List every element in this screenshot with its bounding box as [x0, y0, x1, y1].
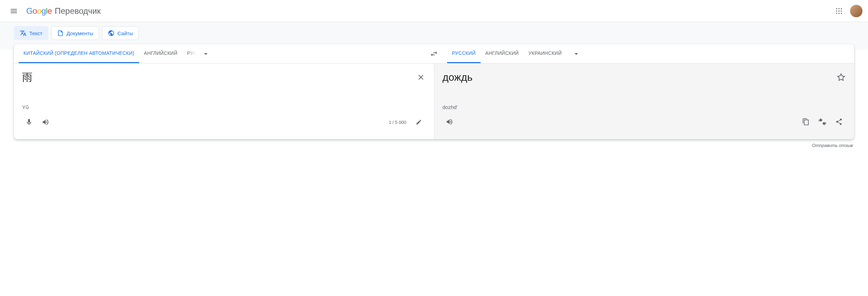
speaker-icon	[42, 118, 49, 126]
header-right	[832, 4, 862, 18]
io-row: 雨 Yǔ 1 / 5 000	[14, 63, 854, 139]
svg-point-2	[841, 8, 842, 9]
mode-tab-text[interactable]: Текст	[14, 26, 48, 40]
target-lang-tab-ukrainian[interactable]: УКРАИНСКИЙ	[523, 44, 566, 63]
mode-tabs: Текст Документы Сайты	[6, 26, 862, 40]
mode-tab-sites[interactable]: Сайты	[102, 26, 139, 40]
swap-languages-button[interactable]	[426, 46, 442, 62]
star-outline-icon	[837, 73, 845, 81]
svg-point-0	[836, 8, 837, 9]
clear-source-button[interactable]	[413, 70, 428, 85]
rate-translation-button[interactable]	[816, 115, 829, 129]
chevron-down-icon	[572, 50, 580, 58]
speaker-icon	[446, 118, 453, 126]
source-lang-tab-detected[interactable]: КИТАЙСКИЙ (ОПРЕДЕЛЕН АВТОМАТИЧЕСКИ)	[19, 44, 139, 63]
apps-grid-icon	[836, 8, 842, 14]
language-row: КИТАЙСКИЙ (ОПРЕДЕЛЕН АВТОМАТИЧЕСКИ) АНГЛ…	[14, 44, 854, 63]
svg-point-7	[838, 13, 839, 14]
account-avatar[interactable]	[850, 5, 862, 17]
source-text-input[interactable]: 雨	[22, 70, 426, 101]
target-lang-tab-english[interactable]: АНГЛИЙСКИЙ	[481, 44, 524, 63]
thumbs-icon	[819, 118, 826, 126]
main-menu-button[interactable]	[6, 3, 22, 19]
source-lang-tab-russian[interactable]: РУССКИЙ	[182, 44, 196, 63]
translate-icon	[20, 30, 27, 37]
hamburger-icon	[10, 7, 18, 15]
google-logo: Google	[26, 6, 52, 16]
target-text-output: дождь	[443, 70, 846, 101]
share-icon	[835, 118, 843, 126]
document-icon	[57, 30, 64, 37]
app-header: Google Переводчик	[0, 0, 868, 22]
copy-translation-button[interactable]	[799, 115, 813, 129]
copy-icon	[802, 118, 810, 126]
swap-icon	[430, 50, 438, 58]
share-translation-button[interactable]	[832, 115, 846, 129]
close-icon	[417, 73, 425, 81]
svg-point-8	[841, 13, 842, 14]
character-count: 1 / 5 000	[389, 120, 406, 125]
translation-card: КИТАЙСКИЙ (ОПРЕДЕЛЕН АВТОМАТИЧЕСКИ) АНГЛ…	[14, 44, 854, 139]
svg-point-6	[836, 13, 837, 14]
input-method-button[interactable]	[412, 115, 426, 129]
source-lang-tab-english[interactable]: АНГЛИЙСКИЙ	[139, 44, 182, 63]
target-language-side: РУССКИЙ АНГЛИЙСКИЙ УКРАИНСКИЙ	[442, 44, 854, 63]
header-left: Google Переводчик	[6, 3, 100, 19]
svg-point-4	[838, 10, 839, 11]
chevron-down-icon	[202, 50, 210, 58]
mode-tab-text-label: Текст	[29, 30, 42, 36]
source-language-side: КИТАЙСКИЙ (ОПРЕДЕЛЕН АВТОМАТИЧЕСКИ) АНГЛ…	[14, 44, 426, 63]
target-toolbar	[443, 114, 846, 129]
mode-tab-documents[interactable]: Документы	[51, 26, 99, 40]
target-lang-dropdown[interactable]	[568, 46, 585, 62]
logo[interactable]: Google Переводчик	[26, 6, 100, 16]
listen-target-button[interactable]	[443, 115, 456, 129]
target-panel: дождь dozhd'	[434, 63, 855, 139]
google-apps-button[interactable]	[832, 4, 846, 18]
target-lang-tab-russian[interactable]: РУССКИЙ	[447, 44, 481, 63]
target-transliteration: dozhd'	[443, 104, 846, 110]
send-feedback-link[interactable]: Отправить отзыв	[0, 139, 868, 151]
source-transliteration: Yǔ	[22, 104, 426, 110]
listen-source-button[interactable]	[39, 115, 52, 129]
svg-point-1	[838, 8, 839, 9]
save-translation-button[interactable]	[833, 70, 849, 85]
card-wrap: КИТАЙСКИЙ (ОПРЕДЕЛЕН АВТОМАТИЧЕСКИ) АНГЛ…	[0, 44, 868, 139]
voice-input-button[interactable]	[22, 115, 36, 129]
microphone-icon	[25, 118, 33, 126]
product-name: Переводчик	[55, 6, 100, 16]
mode-tab-sites-label: Сайты	[117, 30, 133, 36]
pencil-icon	[416, 119, 422, 125]
globe-icon	[108, 30, 115, 37]
mode-tab-documents-label: Документы	[67, 30, 93, 36]
source-lang-dropdown[interactable]	[197, 46, 214, 62]
source-panel: 雨 Yǔ 1 / 5 000	[14, 63, 434, 139]
source-toolbar: 1 / 5 000	[22, 115, 426, 130]
svg-point-5	[841, 10, 842, 11]
svg-point-3	[836, 10, 837, 11]
